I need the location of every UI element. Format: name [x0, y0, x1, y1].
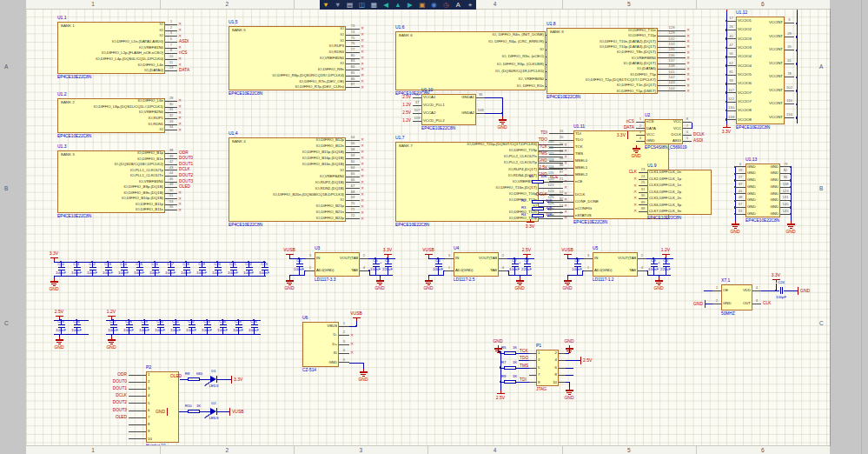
net-label[interactable]: TCK	[511, 145, 547, 150]
wire[interactable]	[565, 368, 573, 369]
component-part[interactable]: EP4CE10E22C8N	[573, 221, 607, 225]
net-label[interactable]: TCK	[520, 350, 528, 354]
component-designator[interactable]: P1	[536, 344, 541, 348]
resistor[interactable]	[532, 180, 544, 184]
pin[interactable]	[780, 214, 791, 215]
pin[interactable]	[549, 209, 573, 210]
wire[interactable]	[349, 363, 363, 364]
pin[interactable]	[413, 121, 421, 122]
pin[interactable]	[780, 173, 791, 174]
pin[interactable]	[549, 202, 573, 203]
wire[interactable]	[106, 334, 261, 335]
net-label[interactable]: DOUT3	[179, 180, 193, 184]
net-label[interactable]: GND	[511, 159, 547, 164]
resistor[interactable]	[532, 207, 544, 210]
component-designator[interactable]: U1.3	[57, 144, 67, 149]
nav-up-icon[interactable]: ▲	[393, 0, 403, 10]
pin[interactable]	[529, 353, 536, 354]
component-designator[interactable]: U1.4	[229, 131, 238, 136]
component-part[interactable]: EPCS4SI8N_C569019	[645, 146, 687, 150]
pin[interactable]	[549, 161, 573, 162]
component-part[interactable]: LD1117-1.2	[593, 278, 613, 283]
pin[interactable]	[726, 92, 736, 93]
pin[interactable]	[780, 187, 791, 188]
component-designator[interactable]: U3	[315, 246, 320, 250]
pin[interactable]	[735, 166, 745, 167]
led[interactable]	[210, 408, 218, 415]
pin[interactable]	[413, 97, 421, 98]
net-label[interactable]: nCS	[179, 51, 187, 56]
wire[interactable]	[289, 275, 305, 276]
crosshair-icon[interactable]: ⌖	[465, 0, 475, 10]
component-part[interactable]: EP4CE10E22C8N	[57, 76, 91, 80]
pin[interactable]	[549, 216, 573, 217]
net-label[interactable]: DOUT1	[90, 387, 127, 391]
pin[interactable]	[559, 375, 566, 376]
net-label[interactable]: ODR	[90, 373, 127, 377]
pin[interactable]	[413, 105, 421, 106]
pin[interactable]	[735, 193, 745, 194]
pin[interactable]	[549, 140, 573, 141]
pin[interactable]	[735, 207, 745, 208]
net-label[interactable]: DOUT1	[179, 163, 193, 167]
component-part[interactable]: JTAG	[536, 388, 547, 392]
component-part[interactable]: EP4CE10E22C8N	[57, 215, 91, 219]
component-part[interactable]: EP4CE10E22C8N	[395, 224, 429, 228]
wire[interactable]	[692, 123, 692, 129]
pin[interactable]	[129, 396, 146, 397]
component-designator[interactable]: P2	[146, 365, 151, 370]
nav-forward-icon[interactable]: ▶	[405, 0, 415, 10]
bus-wire[interactable]	[500, 351, 501, 391]
pin[interactable]	[785, 23, 794, 23]
net-label[interactable]: DCLK	[693, 133, 705, 137]
net-label[interactable]: CLK	[600, 170, 637, 175]
component-designator[interactable]: U1.1	[57, 16, 67, 20]
pin[interactable]	[735, 214, 745, 215]
pin[interactable]	[476, 97, 485, 98]
pin[interactable]	[735, 180, 745, 181]
pin[interactable]	[780, 207, 791, 208]
pin[interactable]	[735, 200, 745, 201]
pin[interactable]	[785, 63, 794, 64]
component-designator[interactable]: U1.8	[547, 22, 556, 26]
pin[interactable]	[529, 375, 536, 376]
wire[interactable]	[200, 411, 210, 412]
pin[interactable]	[529, 368, 536, 369]
resistor[interactable]	[504, 366, 516, 370]
pin[interactable]	[752, 290, 761, 291]
component-designator[interactable]: U1.2	[57, 92, 67, 97]
pin[interactable]	[559, 360, 566, 361]
net-label[interactable]: ASDI	[693, 139, 703, 144]
pin[interactable]	[339, 326, 349, 327]
component-designator[interactable]: U1.6	[395, 25, 405, 30]
pin[interactable]	[683, 122, 692, 123]
pin[interactable]	[785, 37, 794, 37]
pin[interactable]	[780, 180, 791, 181]
net-label[interactable]: nCS	[598, 120, 634, 124]
book-icon[interactable]: ▣	[417, 0, 427, 10]
net-label[interactable]: TDO	[520, 357, 528, 361]
pin[interactable]	[726, 48, 736, 49]
pin[interactable]	[785, 90, 794, 91]
wire[interactable]	[363, 363, 364, 369]
net-label[interactable]: 2.5V	[374, 111, 411, 116]
pin[interactable]	[129, 438, 146, 439]
pin[interactable]	[549, 147, 573, 148]
component-part[interactable]: EP4CE10E22C8N	[647, 217, 681, 221]
filter-icon[interactable]: ▼	[321, 0, 331, 10]
pin[interactable]	[549, 181, 573, 182]
pin[interactable]	[129, 403, 146, 404]
pin[interactable]	[129, 382, 146, 383]
component-designator[interactable]: U1.12	[736, 10, 747, 15]
pin[interactable]	[639, 185, 647, 186]
wire[interactable]	[485, 113, 502, 114]
pin[interactable]	[752, 304, 761, 304]
wire[interactable]	[485, 97, 502, 98]
pin[interactable]	[549, 195, 573, 196]
pin[interactable]	[780, 166, 791, 167]
net-label[interactable]: nCE	[550, 176, 558, 180]
pin[interactable]	[129, 424, 146, 425]
net-label[interactable]: TDI	[511, 131, 547, 136]
net-label[interactable]: CLK	[763, 302, 771, 306]
component-part[interactable]: EP4CE10E22C8N	[229, 224, 262, 228]
